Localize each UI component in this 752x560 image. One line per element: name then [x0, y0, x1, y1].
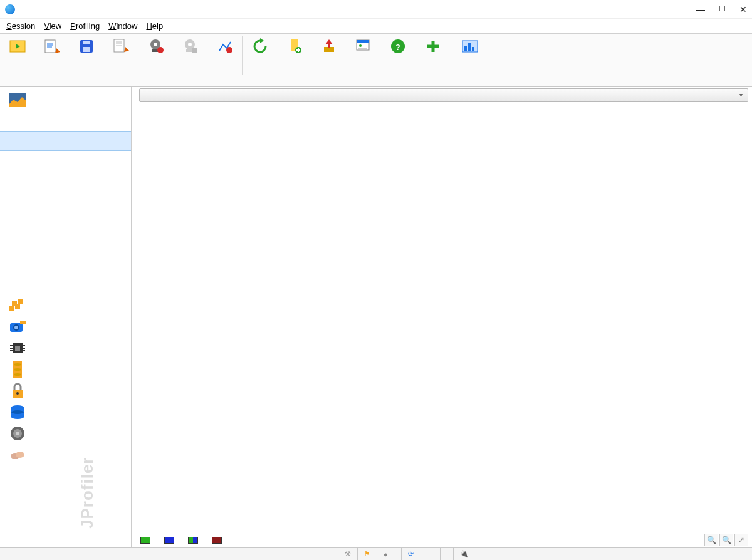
sidebar-item-memory[interactable]: [0, 131, 131, 151]
start-center-button[interactable]: [0, 34, 34, 76]
memory-chart[interactable]: [134, 103, 749, 532]
sidebar-telemetries[interactable]: [0, 90, 131, 111]
svg-point-66: [16, 392, 19, 395]
sidebar-live-memory[interactable]: [0, 295, 131, 316]
export-button[interactable]: [311, 34, 346, 76]
svg-text:?: ?: [395, 43, 400, 52]
svg-marker-30: [325, 39, 333, 44]
toolbar-group-viewspec: [415, 76, 490, 86]
svg-point-16: [154, 43, 157, 46]
sidebar-item-gc-activity[interactable]: [0, 191, 131, 211]
svg-point-75: [16, 452, 24, 458]
session-settings-button[interactable]: [103, 34, 138, 76]
flag-icon[interactable]: ⚑: [364, 550, 370, 558]
svg-point-18: [157, 47, 164, 53]
chevron-down-icon: ▾: [739, 91, 743, 98]
svg-point-62: [14, 363, 21, 366]
view-settings-button[interactable]: [346, 34, 380, 76]
hammer-icon[interactable]: ⚒: [345, 550, 351, 558]
lock-icon: [9, 382, 26, 400]
svg-point-63: [14, 368, 21, 371]
svg-marker-24: [260, 38, 264, 43]
fit-button[interactable]: ⤢: [734, 534, 748, 546]
add-bookmark-button[interactable]: [277, 34, 311, 76]
start-tracking-button[interactable]: [207, 34, 242, 76]
svg-marker-14: [124, 47, 129, 52]
zoom-out-button[interactable]: 🔍: [719, 534, 733, 546]
app-icon: [5, 4, 15, 14]
menu-window[interactable]: Window: [108, 21, 137, 31]
svg-rect-8: [83, 41, 90, 44]
sidebar-jee-probes[interactable]: [0, 423, 131, 444]
add-telemetry-button[interactable]: [415, 34, 450, 76]
sidebar: JProfiler: [0, 87, 132, 547]
svg-rect-33: [357, 40, 369, 43]
threads-icon: [9, 361, 26, 378]
help-button[interactable]: ?: [380, 34, 415, 76]
sidebar-item-classes[interactable]: [0, 211, 131, 231]
configure-telemetries-button[interactable]: [450, 34, 490, 76]
svg-rect-42: [468, 43, 471, 51]
memory-pool-select[interactable]: ▾: [139, 88, 748, 102]
run-gc-button[interactable]: [243, 34, 277, 76]
activate-ide-button[interactable]: [34, 34, 69, 76]
menu-profiling[interactable]: Profiling: [70, 21, 100, 31]
sidebar-item-overview[interactable]: [0, 111, 131, 131]
main-panel: ▾ 🔍 🔍 ⤢: [132, 87, 752, 547]
toolbar-group-session: [0, 76, 138, 86]
save-snapshot-button[interactable]: [69, 34, 103, 76]
svg-point-34: [359, 44, 362, 47]
svg-rect-45: [9, 306, 14, 311]
menu-help[interactable]: Help: [146, 21, 163, 31]
maximize-button[interactable]: ☐: [719, 4, 726, 14]
watermark: JProfiler: [78, 457, 97, 529]
svg-rect-29: [324, 47, 334, 52]
minimize-button[interactable]: ―: [696, 4, 705, 14]
svg-point-73: [16, 432, 19, 435]
connect-icon: 🔌: [460, 550, 469, 558]
svg-rect-52: [20, 321, 26, 324]
svg-rect-47: [12, 301, 17, 306]
menu-session[interactable]: Session: [6, 21, 35, 31]
svg-rect-43: [472, 47, 474, 51]
svg-point-70: [11, 410, 24, 414]
refresh-icon[interactable]: ⟳: [408, 550, 414, 558]
svg-rect-2: [45, 40, 55, 53]
svg-marker-6: [55, 48, 60, 53]
start-recordings-button[interactable]: [138, 34, 173, 76]
sidebar-item-truncated[interactable]: [0, 444, 131, 465]
close-button[interactable]: ✕: [739, 4, 747, 14]
telemetries-icon: [9, 91, 26, 109]
sidebar-item-threads[interactable]: [0, 231, 131, 251]
svg-point-51: [14, 326, 18, 329]
svg-rect-54: [15, 346, 20, 351]
probes-icon: [9, 425, 26, 442]
svg-rect-22: [192, 48, 197, 53]
sidebar-item-custom-telemetries[interactable]: [0, 271, 131, 291]
cpu-icon: [9, 340, 26, 357]
live-memory-icon: [9, 297, 26, 314]
title-bar: ― ☐ ✕: [0, 0, 752, 19]
svg-point-20: [188, 43, 192, 46]
sidebar-threads[interactable]: [0, 359, 131, 380]
zoom-in-button[interactable]: 🔍: [704, 534, 718, 546]
mbeans-icon: [9, 446, 26, 464]
sidebar-heap-walker[interactable]: [0, 316, 131, 338]
sidebar-item-recorded-throughput[interactable]: [0, 171, 131, 191]
sidebar-monitors[interactable]: [0, 380, 131, 402]
stop-recordings-button: [173, 34, 207, 76]
toolbar: ?: [0, 34, 752, 87]
sidebar-databases[interactable]: [0, 402, 131, 423]
sidebar-item-cpu-load[interactable]: [0, 251, 131, 271]
sidebar-item-recorded-objects[interactable]: [0, 151, 131, 171]
menu-bar: Session View Profiling Window Help: [0, 19, 752, 34]
sidebar-cpu-views[interactable]: [0, 338, 131, 359]
svg-point-69: [11, 415, 24, 419]
svg-rect-41: [464, 46, 467, 51]
database-icon: [9, 403, 26, 421]
record-indicator-icon: ●: [384, 551, 388, 558]
chart-legend: 🔍 🔍 ⤢: [132, 532, 752, 547]
menu-view[interactable]: View: [44, 21, 61, 31]
toolbar-group-profiling: [138, 76, 242, 86]
svg-rect-48: [18, 299, 23, 304]
